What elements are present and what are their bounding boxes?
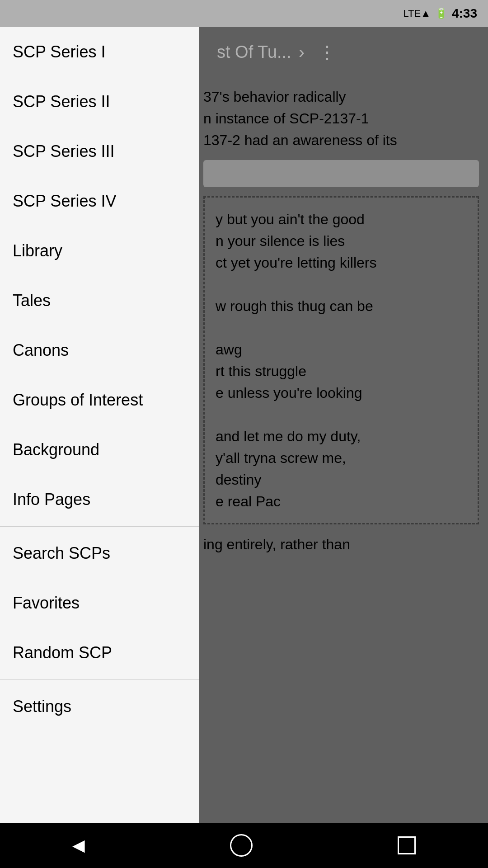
drawer-item-random-scp[interactable]: Random SCP	[0, 628, 199, 678]
drawer-label-scp-series-iv: SCP Series IV	[13, 192, 116, 211]
drawer-item-library[interactable]: Library	[0, 226, 199, 276]
drawer-item-settings[interactable]: Settings	[0, 682, 199, 731]
drawer-item-scp-series-i[interactable]: SCP Series I	[0, 27, 199, 77]
status-icons: LTE▲ 🔋 4:33	[403, 6, 477, 21]
nav-back-button[interactable]: ◀	[72, 836, 85, 855]
drawer-label-settings: Settings	[13, 697, 71, 716]
drawer-label-random-scp: Random SCP	[13, 643, 112, 662]
status-bar: LTE▲ 🔋 4:33	[0, 0, 488, 27]
drawer-label-favorites: Favorites	[13, 594, 80, 613]
drawer-label-info-pages: Info Pages	[13, 490, 90, 509]
recents-icon	[398, 836, 416, 854]
drawer-item-scp-series-iv[interactable]: SCP Series IV	[0, 176, 199, 226]
drawer-label-scp-series-i: SCP Series I	[13, 42, 105, 61]
drawer-label-library: Library	[13, 241, 62, 260]
drawer-item-info-pages[interactable]: Info Pages	[0, 475, 199, 524]
nav-home-button[interactable]	[230, 834, 253, 857]
home-icon	[230, 834, 253, 857]
back-icon: ◀	[72, 836, 85, 854]
drawer-label-scp-series-ii: SCP Series II	[13, 92, 110, 111]
drawer-item-tales[interactable]: Tales	[0, 276, 199, 326]
bottom-nav-bar: ◀	[0, 823, 488, 868]
drawer-item-favorites[interactable]: Favorites	[0, 578, 199, 628]
nav-recents-button[interactable]	[398, 836, 416, 854]
lte-icon: LTE▲	[403, 8, 431, 19]
drawer-divider-2	[0, 679, 199, 680]
status-time: 4:33	[452, 6, 477, 21]
drawer-label-tales: Tales	[13, 291, 51, 310]
drawer-label-groups-of-interest: Groups of Interest	[13, 391, 143, 410]
drawer-label-canons: Canons	[13, 341, 69, 360]
navigation-drawer: SCP Series I SCP Series II SCP Series II…	[0, 27, 199, 868]
drawer-item-canons[interactable]: Canons	[0, 326, 199, 375]
battery-icon: 🔋	[435, 8, 447, 19]
drawer-label-search-scps: Search SCPs	[13, 544, 110, 563]
drawer-item-scp-series-ii[interactable]: SCP Series II	[0, 77, 199, 127]
drawer-label-scp-series-iii: SCP Series III	[13, 142, 114, 161]
drawer-item-background[interactable]: Background	[0, 425, 199, 475]
drawer-item-groups-of-interest[interactable]: Groups of Interest	[0, 375, 199, 425]
drawer-divider-1	[0, 526, 199, 527]
drawer-item-search-scps[interactable]: Search SCPs	[0, 528, 199, 578]
drawer-label-background: Background	[13, 440, 99, 459]
drawer-item-scp-series-iii[interactable]: SCP Series III	[0, 127, 199, 176]
